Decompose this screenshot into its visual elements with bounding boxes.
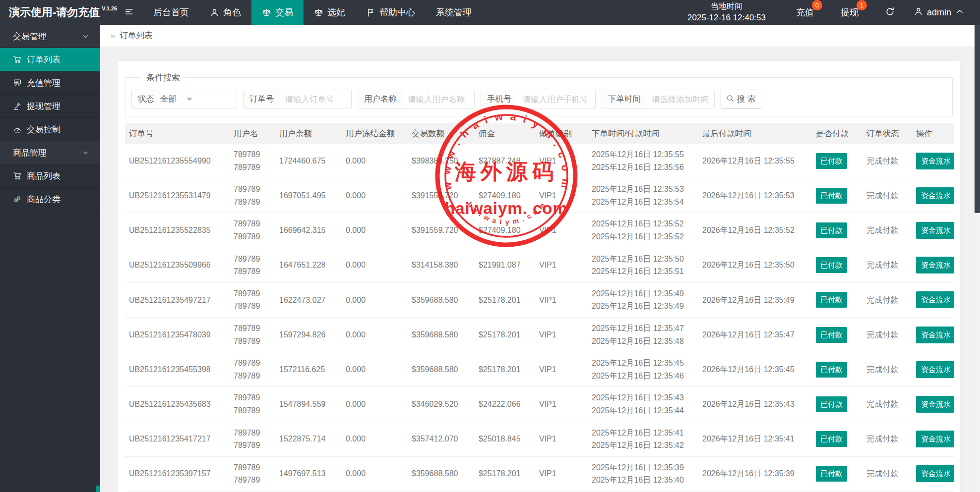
table-row: UB25121612354780397897897897891597294.82… [125,317,954,352]
order-list-card: 条件搜索 状态 全部 订单号 [117,60,961,492]
table-row: UB25121612354356837897897897891547894.55… [125,387,954,422]
menu-toggle-button[interactable] [115,0,143,25]
user-name-cell: 789789789789 [230,213,275,248]
fund-flow-button[interactable]: 资金流水 [916,396,954,413]
cart-icon [13,171,22,180]
sidebar-item[interactable]: 商品列表 [0,164,100,188]
cart-icon [13,55,22,64]
sidebar-item[interactable]: 提现管理 [0,95,100,118]
paid-cell: 已付款 [812,213,862,248]
column-header: 下单时间/付款时间 [588,123,698,144]
nav-item[interactable]: 角色 [199,0,251,25]
last-pay-time-cell: 2026年12月16日 12:35:45 [698,352,812,387]
user-name-cell: 789789789789 [230,422,275,456]
order-no-cell: UB2512161235522835 [125,213,230,248]
user-name-cell: 789789789789 [230,178,275,213]
sidebar-item[interactable]: 充值管理 [0,71,100,95]
table-row: UB25121612355228357897897897891669642.31… [125,213,954,248]
frozen-cell: 0.000 [342,282,408,317]
action-cell: 资金流水 [912,387,954,422]
user-name-cell: 789789789789 [230,282,275,317]
page-scrollbar-track[interactable] [975,25,980,492]
column-header: 最后付款时间 [698,123,812,144]
sidebar-item[interactable]: 商品分类 [0,188,100,211]
phone-input[interactable] [518,90,596,108]
refresh-button[interactable] [885,6,895,19]
frozen-cell: 0.000 [342,144,408,178]
status-select[interactable]: 状态 全部 [131,90,237,109]
recharge-link[interactable]: 充值 0 [796,6,814,18]
action-cell: 资金流水 [912,248,954,282]
last-pay-time-cell: 2026年12月16日 12:35:55 [698,144,812,178]
gauge-icon [13,125,22,134]
fund-flow-button[interactable]: 资金流水 [916,222,954,239]
balance-cell: 1697051.495 [275,178,342,213]
paid-badge: 已付款 [816,188,847,204]
action-cell: 资金流水 [912,317,954,352]
table-header-row: 订单号用户名用户余额用户冻结金额交易数额佣金做单级别下单时间/付款时间最后付款时… [125,123,954,144]
sidebar-item-label: 提现管理 [27,101,61,112]
hamburger-icon [124,7,134,18]
paid-cell: 已付款 [812,422,862,456]
user-menu[interactable]: admin [914,7,964,18]
header-right: 当地时间 2025-12-16 12:40:53 充值 0 提现 1 admin [687,0,980,25]
fund-flow-button[interactable]: 资金流水 [916,153,954,169]
order-no-input[interactable] [280,90,352,108]
last-pay-time-cell: 2026年12月16日 12:35:50 [698,248,812,282]
sidebar-group-label: 商品管理 [13,147,47,159]
sidebar-group-title[interactable]: 商品管理 [0,141,100,164]
breadcrumb: » 订单列表 [100,25,980,47]
order-no-cell: UB2512161235417217 [125,422,230,456]
chevron-down-icon [186,98,192,101]
nav-item[interactable]: 后台首页 [143,0,199,25]
commission-cell: $25018.845 [475,422,535,456]
app-title: 演示使用-请勿充值 V.1.26 [0,0,115,25]
column-header: 用户名 [230,123,275,144]
fund-flow-button[interactable]: 资金流水 [916,257,954,273]
local-time: 当地时间 2025-12-16 12:40:53 [687,0,766,24]
order-time-cell: 2025年12月16日 12:35:552025年12月16日 12:35:56 [588,144,698,178]
order-time-input[interactable] [647,90,714,108]
nav-item-label: 系统管理 [436,6,472,18]
frozen-cell: 0.000 [342,422,408,456]
paid-badge: 已付款 [816,257,847,273]
balance-cell: 1572116.625 [275,352,342,387]
order-time-cell: 2025年12月16日 12:35:492025年12月16日 12:35:49 [588,282,698,317]
fund-flow-button[interactable]: 资金流水 [916,187,954,204]
user-name-label: 用户名称 [358,90,403,108]
sidebar: 交易管理订单列表充值管理提现管理交易控制商品管理商品列表商品分类 [0,25,100,492]
order-time-label: 下单时间 [602,90,647,108]
page-content: 条件搜索 状态 全部 订单号 [100,47,980,492]
top-bar: 演示使用-请勿充值 V.1.26 后台首页角色交易选妃帮助中心系统管理 当地时间… [0,0,980,25]
fund-flow-button[interactable]: 资金流水 [916,361,954,378]
status-value: 全部 [160,90,198,108]
user-name-input[interactable] [403,90,474,108]
sidebar-group-title[interactable]: 交易管理 [0,25,100,48]
fund-flow-button[interactable]: 资金流水 [916,291,954,308]
nav-item[interactable]: 选妃 [304,0,356,25]
sidebar-item[interactable]: 交易控制 [0,118,100,141]
commission-cell: $25178.201 [475,282,535,317]
nav-item[interactable]: 帮助中心 [356,0,426,25]
nav-item[interactable]: 交易 [251,0,304,25]
status-cell: 完成付款 [862,456,912,491]
order-time-cell: 2025年12月16日 12:35:502025年12月16日 12:35:51 [588,248,698,282]
phone-group: 手机号 [481,90,596,109]
fund-flow-button[interactable]: 资金流水 [916,465,954,482]
fund-flow-button[interactable]: 资金流水 [916,327,954,343]
search-button[interactable]: 搜 索 [721,90,761,109]
page-scrollbar-thumb[interactable] [975,25,980,213]
sidebar-item[interactable]: 订单列表 [0,48,100,71]
fund-flow-button[interactable]: 资金流水 [916,431,954,447]
column-header: 操作 [912,123,954,144]
board-icon [13,78,22,87]
amount-cell: $359688.580 [408,456,475,491]
frozen-cell: 0.000 [342,352,408,387]
paid-badge: 已付款 [816,396,847,412]
nav-item[interactable]: 系统管理 [426,0,482,25]
status-cell: 完成付款 [862,317,912,352]
sidebar-scrollbar-thumb[interactable] [96,486,100,492]
paid-badge: 已付款 [816,292,847,308]
balance-cell: 1497697.513 [275,456,342,491]
withdraw-link[interactable]: 提现 1 [841,6,858,18]
